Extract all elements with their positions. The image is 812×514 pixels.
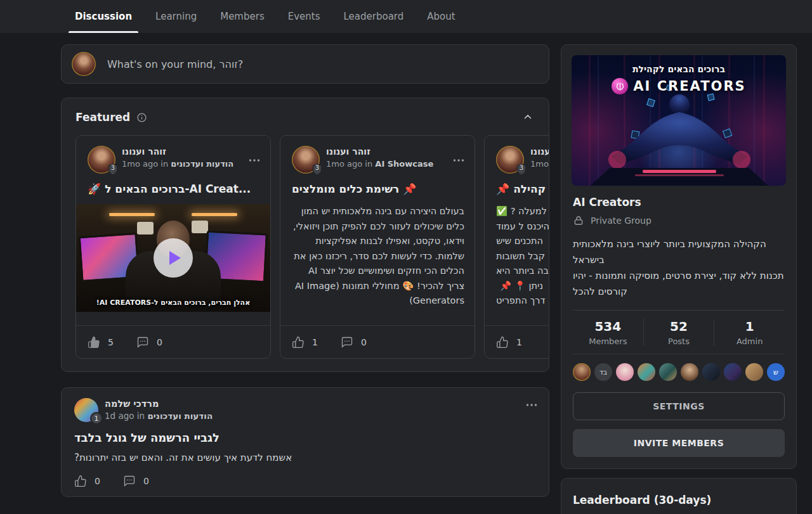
- settings-button[interactable]: SETTINGS: [573, 392, 785, 420]
- like-count: 1: [312, 337, 318, 347]
- group-stats: 534 Members 52 Posts 1 Admin: [573, 310, 785, 354]
- group-description: הקהילה המקצועית ביותר ליוצרי בינה מלאכות…: [573, 236, 785, 300]
- post-menu-icon[interactable]: [249, 147, 260, 174]
- info-icon[interactable]: [136, 112, 147, 123]
- member-avatar[interactable]: בד: [594, 363, 612, 381]
- featured-title: Featured: [75, 111, 130, 124]
- banner-brand-text: AI CREATORS: [633, 79, 745, 94]
- lock-icon: [573, 215, 584, 226]
- author-avatar[interactable]: 1: [74, 398, 98, 422]
- thumbs-up-icon: [88, 336, 100, 349]
- stat-posts[interactable]: 52 Posts: [643, 319, 714, 346]
- speaker: [137, 222, 154, 235]
- member-avatar[interactable]: [616, 363, 634, 381]
- comment-button[interactable]: 0: [123, 475, 149, 487]
- post-title[interactable]: 📌 רשימת כלים מומלצים: [292, 181, 463, 196]
- post-title[interactable]: לגביי הרשמה של גוגל בלבד: [74, 431, 536, 444]
- privacy-label: Private Group: [591, 215, 652, 226]
- member-avatar[interactable]: [659, 363, 677, 381]
- leaderboard-card: Leaderboard (30-days): [561, 478, 797, 514]
- member-avatar[interactable]: [681, 363, 698, 381]
- tab-discussion[interactable]: Discussion: [74, 0, 133, 33]
- author-avatar[interactable]: 3: [88, 146, 115, 174]
- tab-about[interactable]: About: [426, 0, 456, 33]
- member-avatar[interactable]: [702, 363, 720, 381]
- video-caption: אהלן חברים, ברוכים הבאים ל-AI CREATORS!: [76, 299, 270, 307]
- member-avatar[interactable]: ש: [767, 363, 785, 381]
- comment-count: 0: [143, 476, 149, 486]
- tab-learning[interactable]: Learning: [154, 0, 198, 33]
- group-name: AI Creators: [573, 196, 785, 209]
- featured-section: Featured: [61, 98, 549, 372]
- level-badge: 3: [516, 164, 527, 176]
- post-title[interactable]: 🚀 ברוכים הבאים ל-AI Creat...: [88, 181, 259, 196]
- space-tab-bar: Discussion Learning Members Events Leade…: [0, 0, 812, 33]
- like-count: 1: [516, 337, 522, 347]
- space-link: AI Showcase: [375, 159, 433, 169]
- thumbs-up-icon: [74, 475, 87, 487]
- post-meta: 1mo: [530, 158, 549, 170]
- post-snippet: בעולם היצירה עם בינה מלאכותית יש המון כל…: [291, 204, 464, 309]
- post-body: אשמח לדעת איך עושים את זה. והאם יש בזה י…: [74, 452, 536, 463]
- brain-logo-icon: [612, 78, 628, 94]
- featured-card-welcome: 3 זוהר וענונו 1mo ago in הודעות ועדכונים…: [75, 135, 271, 359]
- group-info-card: ברוכים הבאים לקהילת AI CREATORS AI Creat…: [561, 44, 797, 469]
- featured-card-tools: 3 זוהר וענונו 1mo ago in AI Showcase 📌 ר…: [280, 135, 475, 359]
- level-badge: 1: [90, 412, 103, 425]
- banner-welcome-text: ברוכים הבאים לקהילת: [572, 64, 786, 74]
- tab-leaderboard[interactable]: Leaderboard: [343, 0, 405, 33]
- author-avatar[interactable]: 3: [496, 146, 524, 174]
- like-count: 0: [95, 476, 100, 486]
- member-avatar[interactable]: [638, 363, 655, 381]
- featured-carousel: 3 זוהר וענונו 1mo ago in הודעות ועדכונים…: [75, 135, 549, 359]
- invite-members-button[interactable]: INVITE MEMBERS: [573, 429, 785, 457]
- comment-icon: [136, 336, 149, 349]
- post-meta: 1mo ago in הודעות ועדכונים: [122, 158, 233, 170]
- composer-prompt: What's on your mind, זוהר?: [107, 58, 243, 70]
- thumbs-up-icon: [292, 336, 304, 349]
- comment-count: 0: [361, 337, 367, 347]
- video-thumbnail[interactable]: אהלן חברים, ברוכים הבאים ל-AI CREATORS!: [76, 204, 270, 312]
- thumbs-up-icon: [496, 336, 509, 349]
- like-button[interactable]: 1: [496, 336, 522, 349]
- chevron-up-icon[interactable]: [522, 112, 534, 123]
- tab-members[interactable]: Members: [219, 0, 266, 33]
- author-avatar[interactable]: 3: [292, 146, 320, 174]
- post-composer[interactable]: What's on your mind, זוהר?: [61, 44, 549, 84]
- post-menu-icon[interactable]: [526, 403, 537, 407]
- like-button[interactable]: 5: [88, 336, 114, 349]
- speaker: [192, 221, 208, 233]
- studio-light: [109, 213, 155, 216]
- space-link: הודעות ועדכונים: [147, 411, 213, 421]
- post-menu-icon[interactable]: [453, 147, 464, 174]
- author-name[interactable]: זוהר וענונו: [326, 146, 433, 158]
- level-badge: 3: [311, 164, 323, 176]
- stat-admin[interactable]: 1 Admin: [714, 319, 785, 346]
- like-button[interactable]: 0: [74, 475, 100, 487]
- comment-button[interactable]: 0: [136, 336, 162, 349]
- member-avatar[interactable]: [573, 363, 591, 381]
- member-avatars-row: בד ש: [573, 363, 785, 381]
- post-meta: 1mo ago in AI Showcase: [326, 158, 433, 170]
- space-link: הודעות ועדכונים: [171, 159, 233, 169]
- author-name[interactable]: זוהר וענונו: [122, 146, 233, 158]
- member-avatar[interactable]: [745, 363, 763, 381]
- like-button[interactable]: 1: [292, 336, 318, 349]
- member-avatar[interactable]: [724, 363, 742, 381]
- studio-light: [192, 213, 237, 216]
- comment-button[interactable]: 0: [341, 336, 367, 349]
- author-name[interactable]: מרדכי שלמה: [105, 398, 213, 410]
- current-user-avatar[interactable]: [72, 52, 96, 76]
- comment-icon: [123, 475, 136, 487]
- tab-events[interactable]: Events: [287, 0, 322, 33]
- group-cover-image[interactable]: ברוכים הבאים לקהילת AI CREATORS: [572, 55, 786, 186]
- comment-icon: [341, 336, 353, 349]
- post-snippet: ✅ ? למעלה היכנס ל עמוד התכנים שיש קבל תש…: [496, 204, 543, 309]
- stat-members[interactable]: 534 Members: [573, 319, 643, 346]
- play-icon[interactable]: [154, 238, 193, 278]
- feed-post: 1 מרדכי שלמה 1d ago in הודעות ועדכונים ל…: [61, 387, 549, 497]
- like-count: 5: [108, 337, 114, 347]
- author-name[interactable]: זוהר וענונו: [530, 146, 549, 158]
- post-title[interactable]: 📌 קהילה: [496, 181, 549, 196]
- leaderboard-title: Leaderboard (30-days): [573, 494, 785, 506]
